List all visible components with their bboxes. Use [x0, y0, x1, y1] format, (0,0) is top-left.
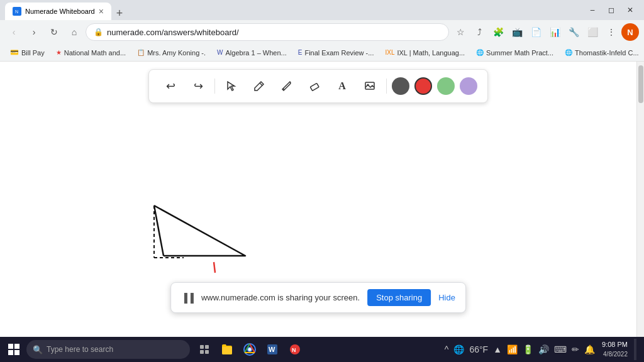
color-black[interactable] — [392, 77, 409, 95]
up-arrow-icon[interactable]: ▲ — [491, 343, 504, 356]
bookmark-star-button[interactable]: ☆ — [452, 23, 469, 41]
numerade-button[interactable]: N — [284, 339, 306, 360]
svg-text:N: N — [292, 347, 296, 353]
network-icon[interactable]: 🌐 — [452, 343, 466, 356]
home-button[interactable]: ⌂ — [65, 23, 83, 41]
file-explorer-button[interactable] — [216, 339, 238, 360]
lock-icon: 🔒 — [94, 28, 103, 36]
bookmark-icon: W — [217, 49, 223, 56]
active-tab[interactable]: N Numerade Whiteboard × — [5, 3, 111, 20]
taskbar-quick-icons: W N — [194, 339, 306, 360]
undo-button[interactable]: ↩ — [159, 75, 182, 97]
tab-title: Numerade Whiteboard — [25, 8, 95, 15]
share-button[interactable]: ⤴ — [470, 23, 488, 41]
sharing-banner: ▐▐ www.numerade.com is sharing your scre… — [170, 282, 466, 313]
tab-area: N Numerade Whiteboard × + — [5, 0, 128, 20]
url-bar[interactable]: 🔒 numerade.com/answers/whiteboard/ — [86, 23, 449, 41]
scrollbar-thumb[interactable] — [638, 65, 643, 103]
pdf-button[interactable]: 📄 — [527, 23, 545, 41]
svg-line-10 — [214, 262, 215, 273]
redo-button[interactable]: ↪ — [187, 75, 209, 97]
color-purple[interactable] — [460, 77, 477, 95]
pencil-icon[interactable]: ✏ — [570, 343, 581, 356]
date-display: 4/8/2022 — [602, 350, 628, 359]
extensions-button[interactable]: 🧩 — [489, 23, 507, 41]
text-tool-button[interactable]: A — [331, 75, 353, 97]
new-tab-button[interactable]: + — [111, 7, 128, 20]
text-icon: A — [338, 80, 346, 92]
sound-icon[interactable]: 🔊 — [536, 343, 551, 356]
close-button[interactable]: ✕ — [621, 4, 639, 16]
logo-piece-4 — [14, 350, 19, 355]
bookmark-mrs-koning[interactable]: 📋 Mrs. Amy Koning -. — [132, 47, 211, 58]
bookmark-icon: IXL — [385, 49, 394, 56]
sharing-icon: ▐▐ — [181, 293, 194, 303]
bookmark-ixl[interactable]: IXL IXL | Math, Languag... — [380, 47, 470, 58]
svg-text:N: N — [15, 9, 18, 14]
svg-rect-14 — [205, 350, 209, 354]
bookmark-algebra[interactable]: W Algebra 1 – When... — [212, 47, 292, 58]
start-button[interactable] — [3, 338, 25, 361]
reload-button[interactable]: ↻ — [45, 23, 63, 41]
windows-logo — [8, 344, 19, 355]
bookmark-final-exam[interactable]: E Final Exam Review -... — [293, 47, 379, 58]
window-controls: – ◻ ✕ — [584, 4, 639, 16]
bookmark-bill-pay[interactable]: 💳 Bill Pay — [5, 47, 50, 58]
keyboard-icon[interactable]: ⌨ — [552, 343, 569, 356]
tools-button[interactable] — [275, 75, 298, 97]
bookmark-summer-math[interactable]: 🌐 Summer Math Pract... — [471, 47, 558, 58]
bookmark-thomastik[interactable]: 🌐 Thomastik-Infeld C... — [560, 47, 643, 58]
url-text: numerade.com/answers/whiteboard/ — [107, 28, 239, 37]
chrome-browser-button[interactable] — [239, 339, 260, 360]
taskbar-search-box[interactable]: 🔍 Type here to search — [26, 340, 190, 359]
tab-close-button[interactable]: × — [99, 6, 104, 16]
bookmark-national-math[interactable]: ★ National Math and... — [51, 47, 131, 58]
cast-button[interactable]: 📺 — [508, 23, 526, 41]
color-red[interactable] — [414, 77, 432, 95]
svg-line-2 — [260, 83, 262, 85]
bookmark-icon: 💳 — [10, 48, 19, 57]
svg-text:W: W — [269, 346, 275, 353]
notification-icon[interactable]: 🔔 — [582, 343, 597, 356]
restore-button[interactable]: ◻ — [602, 4, 620, 16]
show-desktop-button[interactable] — [634, 339, 636, 360]
bookmark-label: Thomastik-Infeld C... — [575, 49, 638, 57]
task-view-button[interactable] — [194, 339, 215, 360]
svg-point-17 — [248, 348, 252, 351]
bookmark-label: Bill Pay — [21, 49, 45, 57]
select-tool-button[interactable] — [220, 75, 243, 97]
puzzle-button[interactable]: 🔧 — [565, 23, 582, 41]
wifi-icon[interactable]: 📶 — [505, 343, 519, 356]
address-actions: ☆ ⤴ 🧩 📺 📄 📊 🔧 ⬜ ⋮ N — [452, 23, 639, 41]
scrollbar[interactable] — [636, 62, 644, 337]
taskbar: 🔍 Type here to search W N — [0, 337, 644, 362]
logo-piece-1 — [8, 344, 13, 349]
image-tool-button[interactable] — [358, 75, 381, 97]
word-button[interactable]: W — [262, 339, 283, 360]
search-icon: 🔍 — [33, 345, 43, 354]
whiteboard-toolbar: ↩ ↪ A — [148, 69, 488, 103]
stop-sharing-button[interactable]: Stop sharing — [367, 289, 431, 306]
profile-avatar[interactable]: N — [621, 23, 639, 41]
back-button[interactable]: ‹ — [5, 23, 23, 41]
battery-icon[interactable]: 🔋 — [521, 343, 535, 356]
color-green[interactable] — [437, 77, 455, 95]
minimize-button[interactable]: – — [584, 4, 601, 16]
logo-piece-2 — [14, 344, 19, 349]
bookmark-label: National Math and... — [64, 49, 126, 57]
sheets-button[interactable]: 📊 — [546, 23, 564, 41]
hide-button[interactable]: Hide — [438, 293, 455, 302]
whiteboard-canvas[interactable]: ↩ ↪ A — [0, 62, 636, 337]
bookmark-icon: 🌐 — [565, 49, 572, 56]
chevron-icon[interactable]: ^ — [443, 343, 451, 356]
toolbar-divider-2 — [386, 79, 387, 94]
bookmark-icon: ★ — [56, 49, 62, 56]
system-clock[interactable]: 9:08 PM 4/8/2022 — [599, 340, 630, 358]
bookmark-label: Algebra 1 – When... — [226, 49, 287, 57]
cast2-button[interactable]: ⬜ — [584, 23, 601, 41]
forward-button[interactable]: › — [25, 23, 43, 41]
title-bar: N Numerade Whiteboard × + – ◻ ✕ — [0, 0, 644, 20]
pen-tool-button[interactable] — [248, 75, 270, 97]
eraser-button[interactable] — [303, 75, 326, 97]
more-button[interactable]: ⋮ — [602, 23, 620, 41]
